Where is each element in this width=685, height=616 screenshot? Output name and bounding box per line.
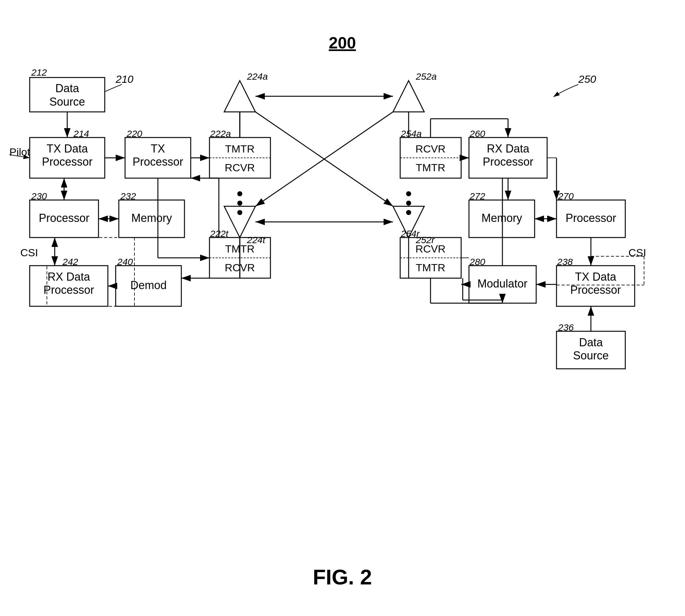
ref-250-arrow — [553, 84, 578, 97]
rcvr-top-right-label1: RCVR — [415, 143, 446, 155]
csi-left-label: CSI — [20, 247, 38, 259]
ref-260: 260 — [469, 129, 485, 139]
ref-270: 270 — [558, 191, 574, 201]
tx-data-proc-label2: Processor — [42, 155, 92, 168]
ref-224a: 224a — [247, 71, 268, 82]
dot1 — [237, 191, 242, 196]
dot4 — [406, 191, 411, 196]
mem-right-label: Memory — [481, 212, 522, 224]
tx-data-proc-right-label1: TX Data — [575, 270, 617, 283]
ref-210: 210 — [115, 73, 133, 85]
ref-224t: 224t — [247, 235, 266, 245]
ref-238: 238 — [557, 257, 573, 267]
tx-data-proc-right-label2: Processor — [570, 284, 621, 296]
ref-232: 232 — [120, 191, 136, 201]
data-source-left-label2: Source — [49, 95, 85, 108]
csi-right-label: CSI — [628, 247, 646, 259]
tmtr-top-left-label1: TMTR — [225, 143, 255, 155]
ref-240: 240 — [117, 257, 133, 267]
ref-254a: 254a — [401, 129, 422, 139]
ref-252r: 252r — [415, 235, 435, 245]
diagram-svg: 200 210 250 Data Source — [0, 0, 685, 616]
mem-left-label: Memory — [131, 212, 172, 224]
tmtr-bot-right-label2: TMTR — [416, 262, 445, 273]
antenna-224a — [224, 81, 255, 112]
dot3 — [237, 210, 242, 215]
rx-data-proc-right-label2: Processor — [483, 155, 533, 168]
data-source-right-label2: Source — [573, 349, 609, 362]
ref-222t: 222t — [210, 228, 229, 239]
dot6 — [406, 210, 411, 215]
ref-280: 280 — [469, 257, 485, 267]
ref-214: 214 — [73, 129, 89, 139]
tx-proc-label1: TX — [151, 142, 165, 155]
tx-data-proc-label1: TX Data — [47, 142, 88, 155]
rx-data-proc-left-label2: Processor — [43, 284, 94, 296]
ref-252a: 252a — [415, 71, 437, 82]
proc-right-label: Processor — [565, 212, 616, 224]
tmtr-top-right-label2: TMTR — [416, 161, 445, 173]
ref-242: 242 — [62, 257, 78, 267]
rcvr-top-left-label2: RCVR — [225, 161, 255, 173]
ref-236: 236 — [558, 322, 574, 332]
rx-data-proc-right-label1: RX Data — [487, 142, 530, 155]
tx-proc-label2: Processor — [132, 155, 183, 168]
ref-250: 250 — [578, 73, 596, 85]
data-source-right-label1: Data — [579, 336, 603, 349]
demod-label: Demod — [130, 279, 167, 292]
proc-left-label: Processor — [39, 212, 89, 224]
ref-220: 220 — [126, 129, 142, 139]
ref-272: 272 — [469, 191, 485, 201]
dot5 — [406, 201, 411, 206]
ref-212: 212 — [31, 67, 47, 78]
dot2 — [237, 201, 242, 206]
ref-230: 230 — [31, 191, 47, 201]
diagram-container: 200 210 250 Data Source — [0, 0, 685, 616]
ref-222a: 222a — [210, 129, 231, 139]
modulator-label: Modulator — [477, 277, 528, 290]
diagram-title: 200 — [329, 34, 356, 52]
antenna-252a — [393, 81, 424, 112]
rx-data-proc-left-label1: RX Data — [47, 270, 90, 283]
fig-label: FIG. 2 — [313, 565, 372, 589]
data-source-left-label: Data — [55, 82, 80, 95]
